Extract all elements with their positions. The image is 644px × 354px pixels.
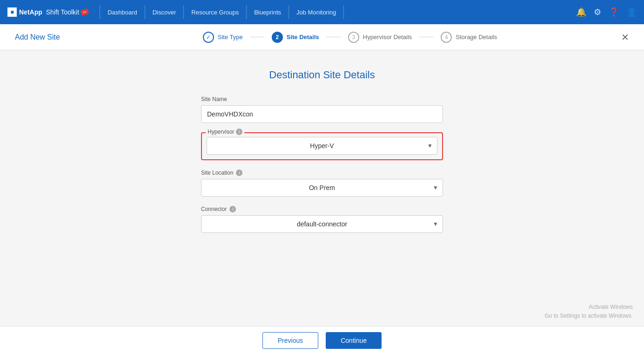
step-label-1: Site Type [218,34,243,41]
wizard-step-2: 2 Site Details [264,32,327,43]
connector-select-wrapper: default-connector ▼ [201,215,443,233]
site-location-select-wrapper: On Prem Cloud ▼ [201,179,443,197]
nav-divider-2 [145,5,145,19]
nav-divider-3 [183,5,184,19]
nav-icon-group: 🔔 ⚙ ❓ 👤 [576,7,637,17]
app-name-label: Shift Toolkit [46,8,79,16]
form-container: Destination Site Details Site Name Hyper… [201,69,443,242]
step-circle-1: ✓ [203,32,214,43]
subheader: Add New Site ✓ Site Type 2 Site Details … [0,24,644,50]
help-icon[interactable]: ❓ [609,7,619,17]
netapp-logo: NetApp [7,7,42,17]
site-name-group: Site Name [201,96,443,123]
windows-watermark: Activate Windows Go to Settings to activ… [545,303,633,320]
hypervisor-info-icon[interactable]: i [236,129,242,135]
hypervisor-legend: Hypervisor i [206,129,244,135]
nav-job-monitoring[interactable]: Job Monitoring [291,9,342,16]
step-sep-1 [250,37,264,37]
connector-info-icon[interactable]: i [229,206,236,212]
netapp-logo-icon [7,7,17,17]
connector-label: Connector i [201,206,443,212]
site-location-select[interactable]: On Prem Cloud [201,179,443,197]
wizard-step-4: 4 Storage Details [433,32,504,43]
connector-group: Connector i default-connector ▼ [201,206,443,233]
connector-select[interactable]: default-connector [201,215,443,233]
close-button[interactable]: ✕ [621,32,629,43]
nav-divider-1 [100,5,100,19]
app-name-area: Shift Toolkit ✂ [46,8,88,16]
hypervisor-group: Hypervisor i Hyper-V VMware KVM ▼ [201,132,443,160]
step-label-4: Storage Details [456,34,497,41]
step-sep-2 [327,37,341,37]
step-circle-4: 4 [441,32,452,43]
watermark-line2: Go to Settings to activate Windows. [545,312,633,320]
step-circle-3: 3 [348,32,359,43]
netapp-name: NetApp [19,8,42,16]
watermark-line1: Activate Windows [545,303,633,312]
step-label-3: Hypervisor Details [363,34,412,41]
continue-button[interactable]: Continue [326,332,382,349]
new-badge: ✂ [80,8,89,16]
nav-divider-5 [288,5,289,19]
bottom-bar: Previous Continue [0,326,644,354]
user-icon[interactable]: 👤 [626,7,637,17]
nav-divider-4 [246,5,247,19]
site-location-label: Site Location i [201,170,443,176]
settings-icon[interactable]: ⚙ [594,7,601,17]
previous-button[interactable]: Previous [262,332,318,349]
nav-resource-groups[interactable]: Resource Groups [186,9,244,16]
nav-discover[interactable]: Discover [147,9,182,16]
hypervisor-select[interactable]: Hyper-V VMware KVM [207,137,437,155]
step-circle-2: 2 [272,32,283,43]
main-content: Destination Site Details Site Name Hyper… [0,50,644,354]
hypervisor-select-wrapper: Hyper-V VMware KVM ▼ [207,137,437,155]
wizard-steps: ✓ Site Type 2 Site Details 3 Hypervisor … [79,32,621,43]
step-sep-3 [419,37,433,37]
site-location-group: Site Location i On Prem Cloud ▼ [201,170,443,197]
nav-dashboard[interactable]: Dashboard [102,9,143,16]
notifications-icon[interactable]: 🔔 [576,7,586,17]
site-name-label: Site Name [201,96,443,102]
wizard-step-1: ✓ Site Type [195,32,250,43]
nav-divider-6 [343,5,344,19]
nav-blueprints[interactable]: Blueprints [248,9,287,16]
site-name-input[interactable] [201,105,443,123]
brand-area: NetApp Shift Toolkit ✂ [7,7,88,17]
top-navigation: NetApp Shift Toolkit ✂ Dashboard Discove… [0,0,644,24]
page-title: Add New Site [15,33,60,41]
wizard-step-3: 3 Hypervisor Details [341,32,419,43]
form-title: Destination Site Details [201,69,443,81]
site-location-info-icon[interactable]: i [236,170,242,176]
step-label-2: Site Details [287,34,319,41]
